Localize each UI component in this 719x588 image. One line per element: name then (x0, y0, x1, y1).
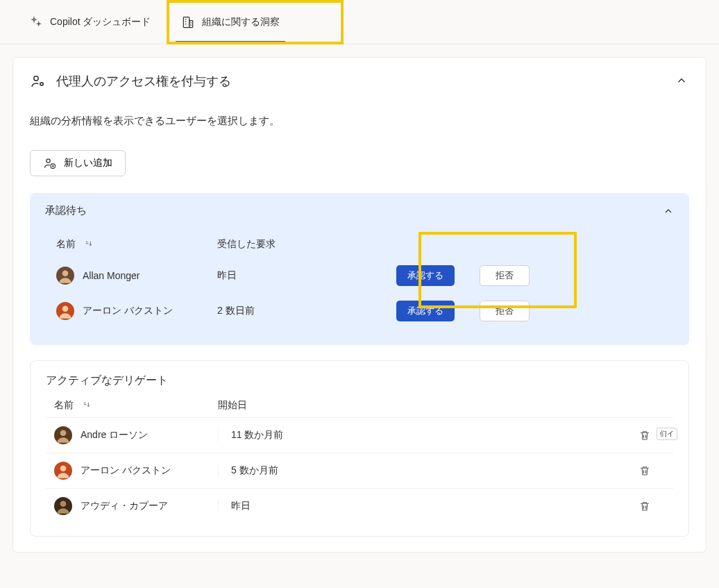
request-time: 昨日 (217, 269, 237, 280)
delete-button[interactable] (638, 500, 673, 512)
col-name-header[interactable]: 名前 (54, 399, 74, 412)
start-date: 11 数か月前 (231, 429, 283, 440)
col-start-header[interactable]: 開始日 (218, 399, 247, 410)
table-row: アウディ・カプーア 昨日 (46, 488, 673, 523)
avatar (54, 462, 72, 480)
svg-point-6 (62, 270, 69, 276)
request-time: 2 数日前 (217, 305, 255, 316)
chevron-up-icon[interactable] (663, 205, 674, 217)
svg-point-10 (60, 501, 67, 507)
chevron-up-icon[interactable] (675, 74, 688, 87)
approve-button[interactable]: 承認する (396, 265, 455, 286)
tab-copilot-dashboard[interactable]: Copilot ダッシュボード (14, 0, 166, 44)
reject-button[interactable]: 拒否 (480, 265, 530, 286)
col-name-header[interactable]: 名前 (56, 238, 76, 251)
active-delegates-panel: アクティブなデリゲート 名前 開始日 (30, 360, 689, 537)
user-name: アーロン バクストン (81, 464, 171, 477)
pending-panel: 承認待ち 名前 受信した要求 (30, 193, 689, 345)
user-name: Allan Monger (83, 270, 140, 281)
svg-point-7 (62, 305, 69, 312)
user-name: Andre ローソン (81, 429, 148, 442)
tab-label: 組織に関する洞察 (202, 16, 280, 28)
user-name: アーロン バクストン (83, 305, 173, 317)
card-description: 組織の分析情報を表示できるユーザーを選択します。 (30, 115, 689, 128)
start-date: 昨日 (231, 500, 251, 511)
approve-button[interactable]: 承認する (396, 301, 455, 321)
delete-tooltip: 们イ (657, 428, 677, 440)
tab-label: Copilot ダッシュボード (50, 16, 151, 28)
delete-button[interactable] (638, 464, 673, 477)
start-date: 5 数か月前 (231, 464, 278, 476)
delegate-access-card: 代理人のアクセス権を付与する 組織の分析情報を表示できるユーザーを選択します。 … (12, 57, 707, 553)
svg-rect-1 (189, 20, 193, 27)
tab-org-insights[interactable]: 組織に関する洞察 (166, 0, 295, 44)
person-add-icon (43, 156, 57, 170)
pending-title: 承認待ち (45, 204, 87, 217)
table-row: アーロン バクストン 5 数か月前 (46, 453, 673, 488)
avatar (54, 426, 72, 444)
svg-point-2 (34, 76, 38, 81)
svg-rect-0 (184, 17, 189, 27)
add-new-label: 新しい追加 (64, 157, 112, 169)
card-title: 代理人のアクセス権を付与する (56, 73, 231, 90)
people-settings-icon (30, 73, 46, 90)
active-title: アクティブなデリゲート (46, 373, 673, 388)
sparkle-icon (29, 15, 43, 29)
building-icon (181, 15, 195, 29)
user-name: アウディ・カプーア (81, 500, 168, 512)
delete-button[interactable]: 们イ (638, 429, 673, 442)
svg-point-4 (46, 159, 50, 162)
table-row: Allan Monger 昨日 承認する 拒否 (45, 258, 674, 293)
table-row: アーロン バクストン 2 数日前 承認する 拒否 (45, 293, 674, 328)
svg-point-9 (60, 465, 67, 471)
reject-button[interactable]: 拒否 (480, 301, 530, 321)
svg-point-3 (40, 83, 43, 85)
add-new-button[interactable]: 新しい追加 (30, 150, 126, 176)
avatar (54, 497, 72, 515)
table-row: Andre ローソン 11 数か月前 们イ (46, 417, 673, 453)
sort-icon[interactable] (82, 401, 92, 410)
sort-icon[interactable] (84, 240, 94, 249)
avatar (56, 302, 74, 320)
svg-point-8 (60, 430, 67, 436)
avatar (56, 267, 74, 285)
tab-bar: Copilot ダッシュボード 組織に関する洞察 (0, 0, 719, 44)
col-request-header[interactable]: 受信した要求 (217, 238, 276, 249)
